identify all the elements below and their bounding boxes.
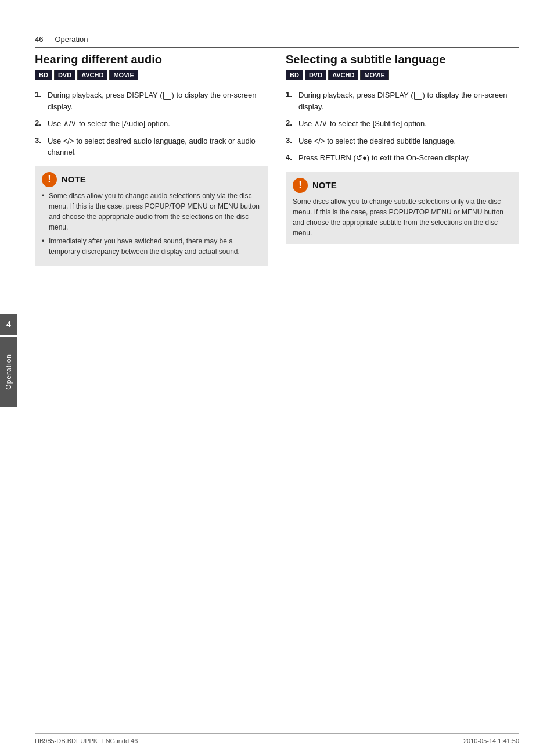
header-section-title: Operation [55, 35, 88, 44]
right-step-text-3: Use </> to select the desired subtitle l… [298, 135, 456, 147]
side-tab-number: 4 [0, 314, 17, 335]
left-section-title: Hearing different audio [35, 52, 268, 66]
right-step-num-4: 4. [286, 152, 298, 164]
right-step-1: 1. During playback, press DISPLAY () to … [286, 89, 519, 112]
top-border-left [35, 17, 35, 28]
right-note-body: Some discs allow you to change subtitle … [293, 196, 512, 238]
footer-filename: HB985-DB.BDEUPPK_ENG.indd 46 [35, 737, 138, 744]
right-step-num-3: 3. [286, 135, 298, 147]
left-note-header: ! NOTE [42, 172, 261, 187]
badge-dvd: DVD [54, 70, 75, 80]
page-footer: HB985-DB.BDEUPPK_ENG.indd 46 2010-05-14 … [35, 733, 519, 744]
step-num-3: 3. [35, 135, 48, 158]
right-step-text-4: Press RETURN (↺●) to exit the On-Screen … [298, 152, 470, 164]
step-text-3: Use </> to select desired audio language… [48, 135, 268, 158]
right-section-title: Selecting a subtitle language [286, 52, 519, 66]
left-note-body: Some discs allow you to change audio sel… [42, 191, 261, 257]
right-step-num-1: 1. [286, 89, 298, 112]
page-header: 46 Operation [35, 35, 519, 48]
left-note-list: Some discs allow you to change audio sel… [42, 191, 261, 257]
right-badge-movie: MOVIE [360, 70, 388, 80]
step-text-2: Use ∧/∨ to select the [Audio] option. [48, 118, 170, 130]
side-tab-label: Operation [5, 354, 13, 390]
left-note-item-1: Some discs allow you to change audio sel… [42, 191, 261, 232]
right-badge-bd: BD [286, 70, 303, 80]
right-note-box: ! NOTE Some discs allow you to change su… [286, 172, 519, 244]
left-badge-row: BD DVD AVCHD MOVIE [35, 70, 268, 80]
right-display-icon [414, 92, 422, 100]
page-number: 46 [35, 35, 43, 44]
right-badge-avchd: AVCHD [328, 70, 358, 80]
right-badge-dvd: DVD [305, 70, 326, 80]
right-step-num-2: 2. [286, 118, 298, 130]
left-note-title: NOTE [62, 174, 86, 184]
main-content: Hearing different audio BD DVD AVCHD MOV… [35, 52, 519, 266]
right-step-2: 2. Use ∧/∨ to select the [Subtitle] opti… [286, 118, 519, 130]
left-note-box: ! NOTE Some discs allow you to change au… [35, 166, 268, 266]
right-step-3: 3. Use </> to select the desired subtitl… [286, 135, 519, 147]
right-steps: 1. During playback, press DISPLAY () to … [286, 89, 519, 164]
left-step-3: 3. Use </> to select desired audio langu… [35, 135, 268, 158]
right-note-header: ! NOTE [293, 178, 512, 193]
top-border-right [519, 17, 519, 28]
badge-movie: MOVIE [109, 70, 138, 80]
step-num-1: 1. [35, 89, 48, 112]
page-container: 46 Operation 4 Operation Hearing differe… [0, 0, 554, 756]
right-note-text: Some discs allow you to change subtitle … [293, 196, 512, 238]
right-step-text-1: During playback, press DISPLAY () to dis… [298, 89, 519, 112]
left-step-1: 1. During playback, press DISPLAY () to … [35, 89, 268, 112]
left-note-item-2: Immediately after you have switched soun… [42, 236, 261, 257]
right-note-title: NOTE [312, 180, 337, 190]
right-column: Selecting a subtitle language BD DVD AVC… [286, 52, 519, 266]
right-note-icon: ! [293, 178, 308, 193]
left-note-icon: ! [42, 172, 57, 187]
right-step-text-2: Use ∧/∨ to select the [Subtitle] option. [298, 118, 427, 130]
step-text-1: During playback, press DISPLAY () to dis… [48, 89, 268, 112]
right-badge-row: BD DVD AVCHD MOVIE [286, 70, 519, 80]
right-step-4: 4. Press RETURN (↺●) to exit the On-Scre… [286, 152, 519, 164]
left-column: Hearing different audio BD DVD AVCHD MOV… [35, 52, 268, 266]
display-icon [163, 92, 171, 100]
left-steps: 1. During playback, press DISPLAY () to … [35, 89, 268, 158]
left-step-2: 2. Use ∧/∨ to select the [Audio] option. [35, 118, 268, 130]
badge-avchd: AVCHD [77, 70, 107, 80]
side-tab: Operation [0, 337, 17, 407]
badge-bd: BD [35, 70, 52, 80]
step-num-2: 2. [35, 118, 48, 130]
footer-date: 2010-05-14 1:41:50 [463, 737, 519, 744]
